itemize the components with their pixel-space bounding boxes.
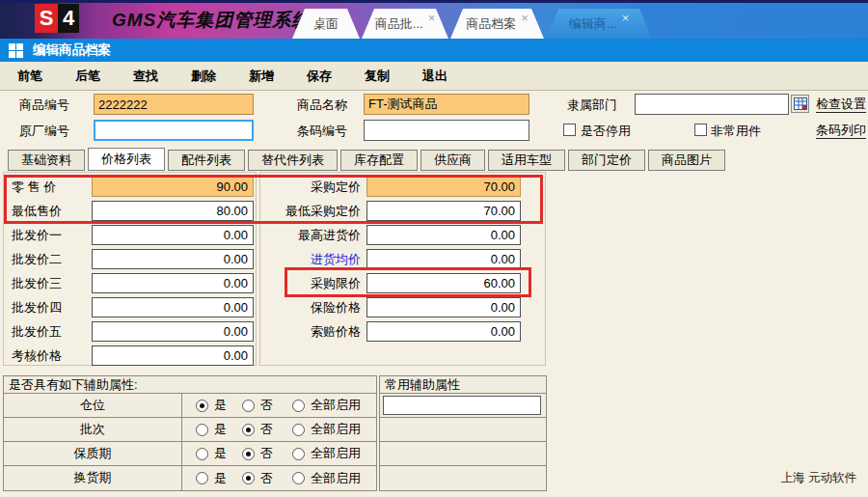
max-stock-price-input[interactable]: [366, 225, 521, 245]
min-sale-price-input[interactable]: [92, 201, 254, 221]
save-button[interactable]: 保存: [303, 66, 336, 87]
tab-substitute-list[interactable]: 替代件列表: [248, 150, 338, 171]
radio-label: 否: [260, 445, 273, 462]
radio-label: 全部启用: [311, 397, 361, 414]
radio-option-all[interactable]: 全部启用: [292, 421, 361, 438]
wholesale-3-input[interactable]: [92, 273, 254, 293]
radio-label: 否: [260, 397, 273, 414]
product-code-input[interactable]: [94, 94, 254, 115]
stop-use-checkbox[interactable]: [563, 124, 576, 136]
delete-button[interactable]: 删除: [187, 66, 220, 87]
next-record-button[interactable]: 后笔: [71, 66, 104, 87]
uncommon-part-label: 非常用件: [711, 121, 761, 142]
radio-option-no[interactable]: 否: [242, 397, 273, 414]
radio-option-all[interactable]: 全部启用: [292, 445, 361, 462]
tab-price-list[interactable]: 价格列表: [88, 148, 165, 171]
radio-option-no[interactable]: 否: [242, 421, 273, 438]
doc-tab-label: 编辑商...: [569, 15, 617, 33]
assess-price-input[interactable]: [92, 345, 254, 366]
doc-tab-product-batch[interactable]: 商品批... ×: [362, 9, 448, 39]
radio-label: 是: [214, 397, 227, 414]
radio-icon[interactable]: [242, 472, 255, 484]
radio-label: 全部启用: [311, 445, 361, 462]
avg-stock-price-input[interactable]: [366, 249, 521, 269]
toolbar: 前笔 后笔 查找 删除 新增 保存 复制 退出: [0, 62, 868, 91]
radio-icon[interactable]: [292, 472, 305, 484]
product-code-label: 商品编号: [19, 95, 69, 116]
purchase-price-input[interactable]: [366, 177, 521, 197]
radio-icon[interactable]: [242, 424, 255, 436]
tab-stock-config[interactable]: 库存配置: [340, 150, 418, 171]
department-lookup-button[interactable]: [791, 95, 809, 113]
wholesale-4-input[interactable]: [92, 297, 254, 318]
page-title: 编辑商品档案: [33, 41, 111, 59]
doc-tab-edit-product[interactable]: 编辑商... ×: [546, 9, 652, 39]
min-purchase-price-input[interactable]: [366, 201, 521, 221]
wholesale-1-label: 批发价一: [12, 225, 62, 245]
close-icon[interactable]: ×: [521, 11, 529, 25]
radio-label: 否: [260, 421, 273, 438]
retail-price-input[interactable]: [92, 177, 254, 197]
tab-basic-info[interactable]: 基础资料: [8, 150, 85, 171]
factory-code-input[interactable]: [94, 120, 254, 141]
uncommon-part-checkbox[interactable]: [694, 124, 707, 136]
barcode-print-link[interactable]: 条码列印: [816, 122, 866, 139]
radio-icon[interactable]: [292, 424, 305, 436]
radio-option-all[interactable]: 全部启用: [292, 470, 361, 487]
radio-option-all[interactable]: 全部启用: [292, 397, 361, 414]
wholesale-5-input[interactable]: [92, 321, 254, 342]
table-row: 批次 是 否 全部启用: [4, 418, 376, 442]
copy-button[interactable]: 复制: [361, 66, 393, 87]
claim-price-input[interactable]: [366, 321, 521, 342]
radio-icon[interactable]: [242, 400, 255, 412]
wholesale-2-input[interactable]: [92, 249, 254, 269]
close-icon[interactable]: ×: [622, 11, 630, 25]
radio-icon[interactable]: [292, 448, 305, 460]
tab-parts-list[interactable]: 配件列表: [168, 150, 245, 171]
prev-record-button[interactable]: 前笔: [14, 66, 46, 87]
check-settings-link[interactable]: 检查设置: [816, 96, 866, 113]
close-icon[interactable]: ×: [428, 11, 436, 25]
radio-icon[interactable]: [292, 400, 305, 412]
table-row: [380, 466, 546, 490]
radio-icon[interactable]: [196, 448, 208, 460]
add-button[interactable]: 新增: [245, 66, 278, 87]
barcode-input[interactable]: [364, 120, 529, 141]
app-title: GMS汽车集团管理系统: [112, 0, 311, 39]
radio-option-no[interactable]: 否: [242, 470, 273, 487]
radio-icon[interactable]: [242, 448, 255, 460]
radio-option-yes[interactable]: 是: [196, 421, 227, 438]
product-name-label: 商品名称: [297, 95, 347, 116]
price-panel: 零 售 价 最低售价 批发价一 批发价二 批发价三 批发价四 批发价五 考核价格…: [0, 172, 868, 367]
radio-option-yes[interactable]: 是: [196, 470, 227, 487]
radio-icon[interactable]: [196, 424, 208, 436]
common-aux-input[interactable]: [383, 396, 541, 415]
wholesale-1-input[interactable]: [92, 225, 254, 245]
search-button[interactable]: 查找: [129, 66, 162, 87]
insurance-price-input[interactable]: [366, 297, 521, 318]
tab-vehicle-model[interactable]: 适用车型: [488, 150, 565, 171]
department-input[interactable]: [635, 94, 789, 115]
radio-icon[interactable]: [196, 472, 208, 484]
exit-button[interactable]: 退出: [419, 66, 451, 87]
radio-icon[interactable]: [196, 400, 208, 412]
common-aux-table: 常用辅助属性: [379, 375, 547, 491]
insurance-price-label: 保险价格: [262, 297, 361, 318]
radio-option-yes[interactable]: 是: [196, 445, 227, 462]
tab-supplier[interactable]: 供应商: [420, 150, 485, 171]
avg-stock-price-link[interactable]: 进货均价: [262, 249, 361, 269]
doc-tab-product-archive[interactable]: 商品档案 ×: [450, 9, 544, 39]
purchase-limit-price-input[interactable]: [366, 273, 521, 293]
vendor-credit: 上海 元动软件: [781, 470, 856, 486]
factory-code-label: 原厂编号: [19, 121, 69, 142]
radio-label: 是: [214, 470, 227, 487]
tab-dept-pricing[interactable]: 部门定价: [568, 150, 645, 171]
radio-option-no[interactable]: 否: [242, 445, 273, 462]
product-name-input[interactable]: [364, 94, 529, 115]
radio-option-yes[interactable]: 是: [196, 397, 227, 414]
tab-product-image[interactable]: 商品图片: [648, 150, 725, 171]
app-header: S 4 GMS汽车集团管理系统 桌面 商品批... × 商品档案 × 编辑商..…: [0, 0, 868, 39]
windows-icon: [9, 43, 23, 58]
assess-price-label: 考核价格: [12, 345, 62, 366]
claim-price-label: 索赔价格: [262, 321, 361, 342]
